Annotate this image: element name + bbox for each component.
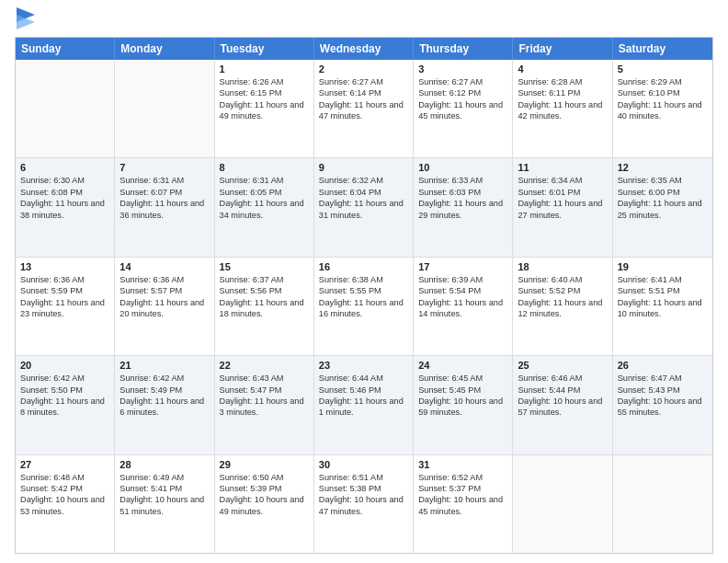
cell-info: Sunrise: 6:42 AM Sunset: 5:49 PM Dayligh… [119,373,209,419]
day-number: 27 [20,459,109,470]
day-number: 24 [418,360,507,371]
header-sunday: Sunday [16,38,115,60]
cell-3-1: 21Sunrise: 6:42 AM Sunset: 5:49 PM Dayli… [115,356,214,454]
cell-1-3: 9Sunrise: 6:32 AM Sunset: 6:04 PM Daylig… [314,158,414,256]
day-number: 3 [418,63,507,75]
cell-info: Sunrise: 6:33 AM Sunset: 6:03 PM Dayligh… [418,175,507,221]
day-number: 17 [418,261,507,272]
week-row-5: 27Sunrise: 6:48 AM Sunset: 5:42 PM Dayli… [16,454,712,553]
cell-info: Sunrise: 6:37 AM Sunset: 5:56 PM Dayligh… [220,274,309,320]
cell-info: Sunrise: 6:43 AM Sunset: 5:47 PM Dayligh… [220,373,309,419]
cell-info: Sunrise: 6:34 AM Sunset: 6:01 PM Dayligh… [518,175,607,221]
header-wednesday: Wednesday [314,38,414,60]
day-number: 22 [220,360,309,371]
cell-4-0: 27Sunrise: 6:48 AM Sunset: 5:42 PM Dayli… [16,455,115,553]
day-number: 5 [618,63,708,75]
header [15,9,713,29]
cell-info: Sunrise: 6:44 AM Sunset: 5:46 PM Dayligh… [319,373,408,419]
day-number: 19 [618,261,708,272]
cell-1-2: 8Sunrise: 6:31 AM Sunset: 6:05 PM Daylig… [215,158,314,256]
cell-info: Sunrise: 6:39 AM Sunset: 5:54 PM Dayligh… [418,274,507,320]
cell-info: Sunrise: 6:30 AM Sunset: 6:08 PM Dayligh… [20,175,109,221]
cell-3-0: 20Sunrise: 6:42 AM Sunset: 5:50 PM Dayli… [16,356,115,454]
cell-4-6 [613,455,712,553]
cell-0-5: 4Sunrise: 6:28 AM Sunset: 6:11 PM Daylig… [513,60,612,157]
cell-1-6: 12Sunrise: 6:35 AM Sunset: 6:00 PM Dayli… [613,158,712,256]
cell-info: Sunrise: 6:35 AM Sunset: 6:00 PM Dayligh… [618,175,708,221]
cell-2-2: 15Sunrise: 6:37 AM Sunset: 5:56 PM Dayli… [215,258,314,355]
day-number: 16 [319,261,408,272]
header-thursday: Thursday [414,38,513,60]
cell-3-3: 23Sunrise: 6:44 AM Sunset: 5:46 PM Dayli… [314,356,414,454]
day-number: 7 [119,162,209,173]
day-number: 14 [119,261,209,272]
day-number: 21 [119,360,209,371]
cell-info: Sunrise: 6:45 AM Sunset: 5:45 PM Dayligh… [418,373,507,419]
cell-info: Sunrise: 6:29 AM Sunset: 6:10 PM Dayligh… [618,76,708,122]
week-row-1: 1Sunrise: 6:26 AM Sunset: 6:15 PM Daylig… [16,60,712,157]
day-number: 26 [618,360,708,371]
day-number: 6 [20,162,109,173]
day-number: 31 [418,459,507,470]
day-number: 23 [319,360,408,371]
cell-2-4: 17Sunrise: 6:39 AM Sunset: 5:54 PM Dayli… [414,258,513,355]
cell-info: Sunrise: 6:52 AM Sunset: 5:37 PM Dayligh… [418,472,507,518]
cell-0-4: 3Sunrise: 6:27 AM Sunset: 6:12 PM Daylig… [414,60,513,157]
cell-2-3: 16Sunrise: 6:38 AM Sunset: 5:55 PM Dayli… [314,258,414,355]
calendar-body: 1Sunrise: 6:26 AM Sunset: 6:15 PM Daylig… [16,60,712,553]
cell-info: Sunrise: 6:26 AM Sunset: 6:15 PM Dayligh… [220,76,309,122]
cell-4-5 [513,455,612,553]
cell-3-2: 22Sunrise: 6:43 AM Sunset: 5:47 PM Dayli… [215,356,314,454]
cell-4-1: 28Sunrise: 6:49 AM Sunset: 5:41 PM Dayli… [115,455,214,553]
cell-1-1: 7Sunrise: 6:31 AM Sunset: 6:07 PM Daylig… [115,158,214,256]
day-number: 11 [518,162,607,173]
cell-info: Sunrise: 6:27 AM Sunset: 6:12 PM Dayligh… [418,76,507,122]
cell-info: Sunrise: 6:46 AM Sunset: 5:44 PM Dayligh… [518,373,607,419]
logo-icon [17,7,35,29]
day-number: 18 [518,261,607,272]
cell-4-2: 29Sunrise: 6:50 AM Sunset: 5:39 PM Dayli… [215,455,314,553]
week-row-3: 13Sunrise: 6:36 AM Sunset: 5:59 PM Dayli… [16,257,712,355]
cell-0-2: 1Sunrise: 6:26 AM Sunset: 6:15 PM Daylig… [215,60,314,157]
header-monday: Monday [115,38,214,60]
cell-1-4: 10Sunrise: 6:33 AM Sunset: 6:03 PM Dayli… [414,158,513,256]
day-number: 28 [119,459,209,470]
cell-info: Sunrise: 6:31 AM Sunset: 6:05 PM Dayligh… [220,175,309,221]
calendar-header: Sunday Monday Tuesday Wednesday Thursday… [16,38,712,60]
cell-info: Sunrise: 6:49 AM Sunset: 5:41 PM Dayligh… [119,472,209,518]
cell-info: Sunrise: 6:32 AM Sunset: 6:04 PM Dayligh… [319,175,408,221]
cell-info: Sunrise: 6:50 AM Sunset: 5:39 PM Dayligh… [220,472,309,518]
cell-0-3: 2Sunrise: 6:27 AM Sunset: 6:14 PM Daylig… [314,60,414,157]
header-saturday: Saturday [613,38,712,60]
cell-1-0: 6Sunrise: 6:30 AM Sunset: 6:08 PM Daylig… [16,158,115,256]
day-number: 8 [220,162,309,173]
cell-3-4: 24Sunrise: 6:45 AM Sunset: 5:45 PM Dayli… [414,356,513,454]
cell-0-0 [16,60,115,157]
cell-info: Sunrise: 6:31 AM Sunset: 6:07 PM Dayligh… [119,175,209,221]
cell-info: Sunrise: 6:51 AM Sunset: 5:38 PM Dayligh… [319,472,408,518]
cell-3-6: 26Sunrise: 6:47 AM Sunset: 5:43 PM Dayli… [613,356,712,454]
cell-info: Sunrise: 6:42 AM Sunset: 5:50 PM Dayligh… [20,373,109,419]
day-number: 4 [518,63,607,75]
day-number: 1 [220,63,309,75]
cell-info: Sunrise: 6:48 AM Sunset: 5:42 PM Dayligh… [20,472,109,518]
page: Sunday Monday Tuesday Wednesday Thursday… [0,0,728,563]
cell-info: Sunrise: 6:36 AM Sunset: 5:57 PM Dayligh… [119,274,209,320]
day-number: 30 [319,459,408,470]
cell-info: Sunrise: 6:28 AM Sunset: 6:11 PM Dayligh… [518,76,607,122]
calendar: Sunday Monday Tuesday Wednesday Thursday… [15,37,713,554]
day-number: 2 [319,63,408,75]
day-number: 20 [20,360,109,371]
cell-info: Sunrise: 6:40 AM Sunset: 5:52 PM Dayligh… [518,274,607,320]
cell-4-3: 30Sunrise: 6:51 AM Sunset: 5:38 PM Dayli… [314,455,414,553]
header-friday: Friday [513,38,612,60]
day-number: 10 [418,162,507,173]
cell-2-1: 14Sunrise: 6:36 AM Sunset: 5:57 PM Dayli… [115,258,214,355]
cell-info: Sunrise: 6:27 AM Sunset: 6:14 PM Dayligh… [319,76,408,122]
day-number: 9 [319,162,408,173]
logo [15,9,35,29]
cell-info: Sunrise: 6:47 AM Sunset: 5:43 PM Dayligh… [618,373,708,419]
cell-3-5: 25Sunrise: 6:46 AM Sunset: 5:44 PM Dayli… [513,356,612,454]
day-number: 25 [518,360,607,371]
cell-info: Sunrise: 6:41 AM Sunset: 5:51 PM Dayligh… [618,274,708,320]
